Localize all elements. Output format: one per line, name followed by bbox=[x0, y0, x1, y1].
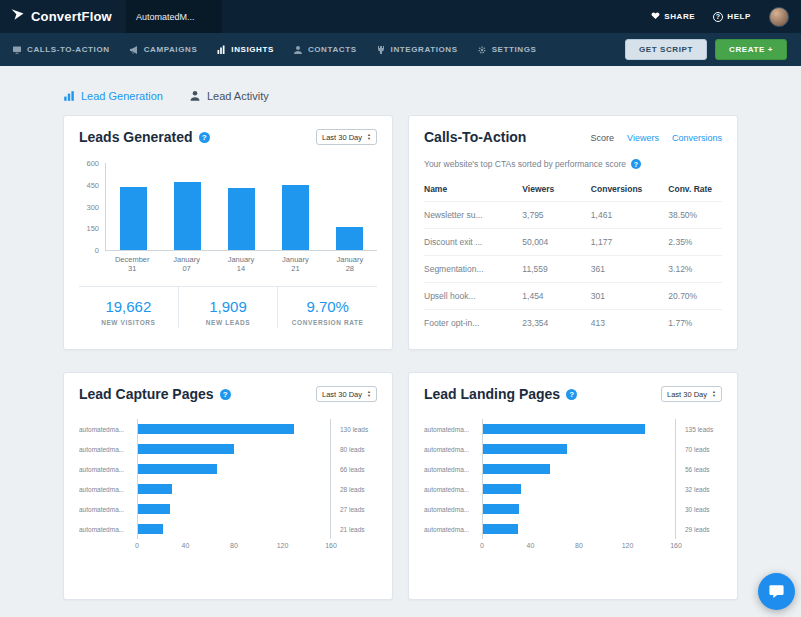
x-tick-label: January14 bbox=[214, 255, 268, 273]
plot bbox=[105, 163, 377, 251]
row-label: automatedma... bbox=[79, 506, 137, 513]
x-tick-label: 160 bbox=[325, 542, 337, 549]
nav-item-calls-to-action[interactable]: CALLS-TO-ACTION bbox=[12, 33, 110, 66]
period-select[interactable]: Last 30 Day ▲▼ bbox=[661, 386, 722, 402]
title-text: Lead Landing Pages bbox=[424, 386, 560, 402]
chat-bubble-button[interactable] bbox=[758, 573, 795, 610]
create-button[interactable]: CREATE + bbox=[715, 39, 787, 60]
nav-item-integrations[interactable]: INTEGRATIONS bbox=[376, 33, 458, 66]
bar-track bbox=[482, 499, 676, 519]
stat-label: NEW VISITORS bbox=[79, 319, 178, 326]
person-icon bbox=[293, 45, 303, 55]
x-tick-label: January21 bbox=[268, 255, 322, 273]
period-select[interactable]: Last 30 Day ▲▼ bbox=[316, 129, 377, 145]
table-row[interactable]: Discount exit ... 50,004 1,177 2.35% bbox=[424, 229, 722, 256]
bar-track bbox=[137, 439, 331, 459]
nav-item-campaigns[interactable]: CAMPAIGNS bbox=[129, 33, 198, 66]
row-label: automatedma... bbox=[424, 526, 482, 533]
card-title: Lead Capture Pages ? bbox=[79, 386, 231, 402]
period-select-value: Last 30 Day bbox=[322, 390, 362, 399]
help-label: HELP bbox=[727, 12, 751, 21]
bar-track bbox=[482, 479, 676, 499]
card-title: Calls-To-Action bbox=[424, 129, 526, 145]
x-tick-label: 160 bbox=[670, 542, 682, 549]
row-label: automatedma... bbox=[79, 526, 137, 533]
website-selector[interactable]: AutomatedM... bbox=[126, 0, 222, 33]
period-select[interactable]: Last 30 Day ▲▼ bbox=[316, 386, 377, 402]
share-button[interactable]: SHARE bbox=[651, 11, 695, 22]
nav-item-contacts[interactable]: CONTACTS bbox=[293, 33, 357, 66]
help-button[interactable]: ? HELP bbox=[713, 12, 751, 22]
table-row[interactable]: Segmentation... 11,559 361 3.12% bbox=[424, 256, 722, 283]
stat-value: 1,909 bbox=[179, 298, 278, 315]
bar bbox=[138, 424, 294, 434]
main-nav: CALLS-TO-ACTION CAMPAIGNS INSIGHTS CONTA… bbox=[0, 33, 801, 66]
card-header: Lead Landing Pages ? Last 30 Day ▲▼ bbox=[424, 386, 722, 402]
x-axis: 04080120160 bbox=[79, 542, 377, 552]
person-icon bbox=[189, 90, 201, 102]
cta-viewers: 23,354 bbox=[522, 310, 591, 337]
calls-to-action-card: Calls-To-Action Score Viewers Conversion… bbox=[408, 115, 738, 350]
period-select-value: Last 30 Day bbox=[322, 133, 362, 142]
bar-slot bbox=[269, 163, 323, 250]
cta-sort-tabs: Score Viewers Conversions bbox=[591, 129, 722, 143]
value-label: 32 leads bbox=[676, 486, 722, 493]
info-icon[interactable]: ? bbox=[199, 132, 210, 143]
chart-row: automatedma...21 leads bbox=[79, 519, 377, 539]
chart-row: automatedma...32 leads bbox=[424, 479, 722, 499]
cta-viewers: 11,559 bbox=[522, 256, 591, 283]
table-row[interactable]: Footer opt-in... 23,354 413 1.77% bbox=[424, 310, 722, 337]
bar-slot bbox=[160, 163, 214, 250]
sort-tab-viewers[interactable]: Viewers bbox=[627, 133, 659, 143]
stats-row: 19,662 NEW VISITORS 1,909 NEW LEADS 9.70… bbox=[79, 286, 377, 328]
value-label: 30 leads bbox=[676, 506, 722, 513]
card-header: Lead Capture Pages ? Last 30 Day ▲▼ bbox=[79, 386, 377, 402]
bar bbox=[336, 227, 363, 250]
chart-row: automatedma...135 leads bbox=[424, 419, 722, 439]
row-label: automatedma... bbox=[424, 466, 482, 473]
nav-item-settings[interactable]: SETTINGS bbox=[477, 33, 537, 66]
axis-spacer bbox=[79, 542, 137, 552]
cta-rate: 38.50% bbox=[668, 202, 722, 229]
chart-row: automatedma...66 leads bbox=[79, 459, 377, 479]
cta-conversions: 361 bbox=[591, 256, 668, 283]
y-axis: 6004503001500 bbox=[79, 159, 105, 255]
cta-name: Upsell hook... bbox=[424, 283, 522, 310]
plug-icon bbox=[376, 45, 386, 55]
nav-label: SETTINGS bbox=[492, 45, 537, 54]
dashboard-cards: Leads Generated ? Last 30 Day ▲▼ 6004503… bbox=[63, 115, 738, 600]
user-avatar[interactable] bbox=[769, 7, 789, 27]
value-label: 28 leads bbox=[331, 486, 377, 493]
row-label: automatedma... bbox=[79, 426, 137, 433]
tab-lead-activity[interactable]: Lead Activity bbox=[189, 90, 269, 102]
sort-tab-score[interactable]: Score bbox=[591, 133, 615, 143]
bar-track bbox=[137, 499, 331, 519]
chart-row: automatedma...29 leads bbox=[424, 519, 722, 539]
chart-row: automatedma...56 leads bbox=[424, 459, 722, 479]
nav-label: INTEGRATIONS bbox=[391, 45, 458, 54]
website-selector-label: AutomatedM... bbox=[136, 12, 195, 22]
table-row[interactable]: Upsell hook... 1,454 301 20.70% bbox=[424, 283, 722, 310]
axis-track: 04080120160 bbox=[137, 542, 331, 552]
brand[interactable]: ConvertFlow bbox=[0, 7, 126, 26]
info-icon[interactable]: ? bbox=[566, 389, 577, 400]
row-label: automatedma... bbox=[424, 446, 482, 453]
nav-item-insights[interactable]: INSIGHTS bbox=[216, 33, 274, 66]
brand-name: ConvertFlow bbox=[31, 9, 112, 24]
bar bbox=[483, 464, 550, 474]
chat-icon bbox=[768, 583, 785, 600]
tab-lead-generation[interactable]: Lead Generation bbox=[63, 90, 163, 102]
sort-tab-conversions[interactable]: Conversions bbox=[672, 133, 722, 143]
bar bbox=[138, 464, 217, 474]
nav-label: INSIGHTS bbox=[231, 45, 274, 54]
info-icon[interactable]: ? bbox=[220, 389, 231, 400]
axis-track: 04080120160 bbox=[482, 542, 676, 552]
get-script-button[interactable]: GET SCRIPT bbox=[625, 39, 707, 60]
y-tick-label: 300 bbox=[86, 203, 99, 212]
axis-spacer bbox=[676, 542, 722, 552]
value-label: 21 leads bbox=[331, 526, 377, 533]
table-row[interactable]: Newsletter su... 3,795 1,461 38.50% bbox=[424, 202, 722, 229]
bar-track bbox=[482, 459, 676, 479]
question-icon: ? bbox=[713, 12, 723, 22]
info-icon[interactable]: ? bbox=[631, 159, 641, 169]
